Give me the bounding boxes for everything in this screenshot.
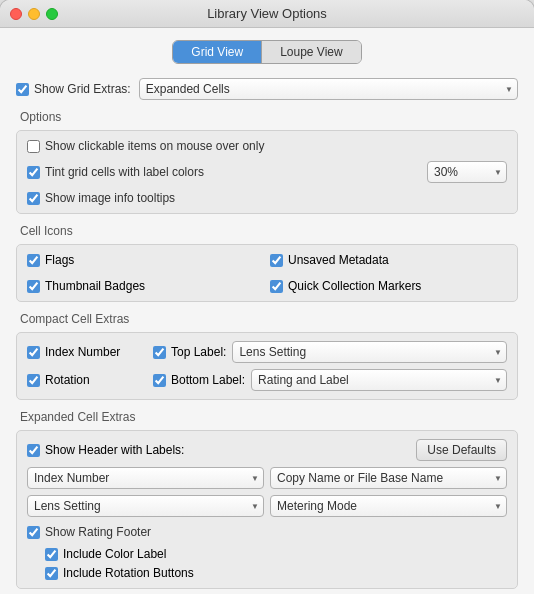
expanded-dropdowns-grid: None Index Number Rating and Label File … [27, 467, 507, 517]
maximize-button[interactable] [46, 8, 58, 20]
expanded-dropdown-4-wrap: None Metering Mode Rating and Label Capt… [270, 495, 507, 517]
show-tooltips-row: Show image info tooltips [27, 191, 507, 205]
options-section-label: Options [20, 110, 518, 124]
show-tooltips-checkbox[interactable] [27, 192, 40, 205]
show-grid-extras-row: Show Grid Extras: Compact Cells Expanded… [16, 78, 518, 100]
library-view-options-window: Library View Options Grid View Loupe Vie… [0, 0, 534, 594]
unsaved-metadata-label[interactable]: Unsaved Metadata [270, 253, 507, 267]
thumbnail-badges-label[interactable]: Thumbnail Badges [27, 279, 264, 293]
include-color-label-checkbox[interactable] [45, 548, 58, 561]
tab-loupe-view[interactable]: Loupe View [262, 41, 361, 63]
compact-cell-extras-label: Compact Cell Extras [20, 312, 518, 326]
tint-cells-checkbox[interactable] [27, 166, 40, 179]
options-section-box: Show clickable items on mouse over only … [16, 130, 518, 214]
flags-checkbox[interactable] [27, 254, 40, 267]
show-grid-extras-checkbox[interactable] [16, 83, 29, 96]
bottom-label-select[interactable]: None Rating and Label Lens Setting Captu… [251, 369, 507, 391]
bottom-label-label[interactable]: Bottom Label: [153, 373, 245, 387]
bottom-label-select-wrap: None Rating and Label Lens Setting Captu… [251, 369, 507, 391]
cell-icons-grid: Flags Unsaved Metadata Thumbnail Badges … [27, 253, 507, 293]
expanded-dropdown-4[interactable]: None Metering Mode Rating and Label Capt… [270, 495, 507, 517]
tint-percent-select-wrap: 10% 20% 30% 40% 50% [427, 161, 507, 183]
show-clickable-row: Show clickable items on mouse over only [27, 139, 507, 153]
tab-group: Grid View Loupe View [172, 40, 361, 64]
expanded-dropdown-1-wrap: None Index Number Rating and Label File … [27, 467, 264, 489]
show-clickable-label[interactable]: Show clickable items on mouse over only [27, 139, 264, 153]
grid-extras-select-wrap: Compact Cells Expanded Cells [139, 78, 518, 100]
include-rotation-checkbox[interactable] [45, 567, 58, 580]
tint-cells-row: Tint grid cells with label colors 10% 20… [27, 161, 507, 183]
expanded-dropdown-1[interactable]: None Index Number Rating and Label File … [27, 467, 264, 489]
include-rotation-label[interactable]: Include Rotation Buttons [45, 566, 194, 580]
bottom-label-checkbox[interactable] [153, 374, 166, 387]
close-button[interactable] [10, 8, 22, 20]
top-label-label[interactable]: Top Label: [153, 345, 226, 359]
cell-icons-section-box: Flags Unsaved Metadata Thumbnail Badges … [16, 244, 518, 302]
tab-bar: Grid View Loupe View [16, 40, 518, 64]
show-rating-footer-row: Show Rating Footer [27, 525, 507, 539]
tint-cells-label[interactable]: Tint grid cells with label colors [27, 165, 419, 179]
thumbnail-badges-checkbox[interactable] [27, 280, 40, 293]
show-rating-footer-checkbox[interactable] [27, 526, 40, 539]
quick-collection-checkbox[interactable] [270, 280, 283, 293]
traffic-lights [10, 8, 58, 20]
show-grid-extras-label[interactable]: Show Grid Extras: [16, 82, 131, 96]
quick-collection-label[interactable]: Quick Collection Markers [270, 279, 507, 293]
show-clickable-checkbox[interactable] [27, 140, 40, 153]
minimize-button[interactable] [28, 8, 40, 20]
cell-icons-section-label: Cell Icons [20, 224, 518, 238]
tint-percent-select[interactable]: 10% 20% 30% 40% 50% [427, 161, 507, 183]
expanded-dropdown-3-wrap: None Lens Setting Rating and Label Captu… [27, 495, 264, 517]
expanded-header-row: Show Header with Labels: Use Defaults [27, 439, 507, 461]
top-label-select[interactable]: None Rating and Label Lens Setting Captu… [232, 341, 507, 363]
tab-grid-view[interactable]: Grid View [173, 41, 262, 63]
index-number-checkbox[interactable] [27, 346, 40, 359]
compact-row-1: Index Number Top Label: None Rating and … [27, 341, 507, 363]
show-header-checkbox[interactable] [27, 444, 40, 457]
flags-label[interactable]: Flags [27, 253, 264, 267]
include-rotation-row: Include Rotation Buttons [45, 566, 507, 580]
top-label-checkbox[interactable] [153, 346, 166, 359]
titlebar: Library View Options [0, 0, 534, 28]
expanded-cell-extras-box: Show Header with Labels: Use Defaults No… [16, 430, 518, 589]
index-number-label[interactable]: Index Number [27, 345, 147, 359]
expanded-dropdown-2[interactable]: None Copy Name or File Base Name Rating … [270, 467, 507, 489]
grid-extras-select[interactable]: Compact Cells Expanded Cells [139, 78, 518, 100]
window-title: Library View Options [207, 6, 327, 21]
expanded-cell-extras-label: Expanded Cell Extras [20, 410, 518, 424]
expanded-dropdown-3[interactable]: None Lens Setting Rating and Label Captu… [27, 495, 264, 517]
include-color-label-label[interactable]: Include Color Label [45, 547, 166, 561]
unsaved-metadata-checkbox[interactable] [270, 254, 283, 267]
top-label-select-wrap: None Rating and Label Lens Setting Captu… [232, 341, 507, 363]
show-header-label[interactable]: Show Header with Labels: [27, 443, 184, 457]
use-defaults-button[interactable]: Use Defaults [416, 439, 507, 461]
rotation-checkbox[interactable] [27, 374, 40, 387]
main-content: Grid View Loupe View Show Grid Extras: C… [0, 28, 534, 594]
compact-row-2: Rotation Bottom Label: None Rating and L… [27, 369, 507, 391]
rotation-label[interactable]: Rotation [27, 373, 147, 387]
compact-cell-extras-box: Index Number Top Label: None Rating and … [16, 332, 518, 400]
show-tooltips-label[interactable]: Show image info tooltips [27, 191, 175, 205]
include-color-label-row: Include Color Label [45, 547, 507, 561]
rating-footer-sub-options: Include Color Label Include Rotation But… [45, 547, 507, 580]
expanded-dropdown-2-wrap: None Copy Name or File Base Name Rating … [270, 467, 507, 489]
show-rating-footer-label[interactable]: Show Rating Footer [27, 525, 151, 539]
